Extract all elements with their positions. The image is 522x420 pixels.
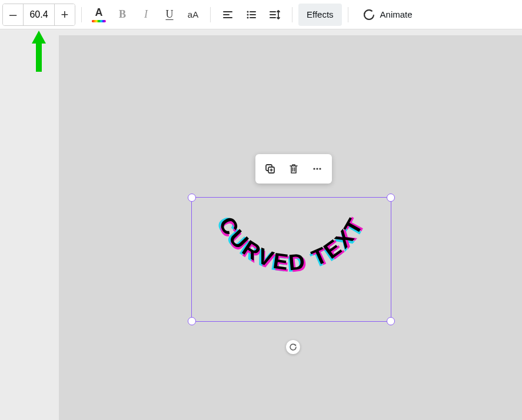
green-arrow-annotation [32,31,46,72]
spacing-icon [268,8,281,21]
resize-handle-bottom-right[interactable] [387,317,395,325]
rotate-handle[interactable] [286,340,300,354]
spacing-button[interactable] [264,4,286,26]
delete-button[interactable] [282,158,305,180]
resize-handle-top-left[interactable] [188,194,196,202]
svg-point-20 [316,168,318,169]
selection-box[interactable] [191,197,391,322]
bold-icon: B [119,8,126,21]
font-size-decrease-button[interactable]: – [3,4,23,25]
toolbar-divider [81,7,82,22]
italic-icon: I [144,8,148,21]
font-size-input[interactable] [23,4,55,25]
font-color-letter-icon: A [92,6,106,22]
duplicate-button[interactable] [259,158,281,180]
svg-point-5 [247,16,249,18]
animate-icon [363,8,375,21]
case-icon: aA [188,9,198,19]
font-color-button[interactable]: A [88,4,110,26]
text-case-button[interactable]: aA [182,4,204,26]
rainbow-bar-icon [92,20,106,22]
bold-button[interactable]: B [111,4,134,26]
more-options-button[interactable] [306,158,328,180]
svg-point-4 [247,14,249,15]
svg-marker-14 [32,31,46,72]
svg-point-19 [313,168,315,169]
effects-button[interactable]: Effects [298,4,342,26]
alignment-button[interactable] [217,4,239,26]
toolbar-divider [210,7,211,22]
more-icon [311,163,323,175]
list-button[interactable] [240,4,262,26]
svg-point-21 [319,168,321,169]
floating-context-menu [255,154,332,184]
animate-label: Animate [380,9,413,19]
underline-icon: U [166,8,174,21]
font-size-group: – + [2,4,75,26]
duplicate-icon [264,162,277,175]
text-toolbar: – + A B I U aA [0,0,522,29]
animate-button[interactable]: Animate [354,4,421,26]
svg-point-3 [247,11,249,12]
rotate-icon [289,343,297,351]
resize-handle-top-right[interactable] [387,194,395,202]
toolbar-divider [292,7,292,22]
toolbar-divider [348,7,348,22]
resize-handle-bottom-left[interactable] [188,317,196,325]
font-size-increase-button[interactable]: + [55,4,75,25]
italic-button[interactable]: I [135,4,157,26]
align-icon [222,9,234,21]
trash-icon [288,163,300,175]
underline-button[interactable]: U [158,4,181,26]
list-icon [245,9,257,21]
